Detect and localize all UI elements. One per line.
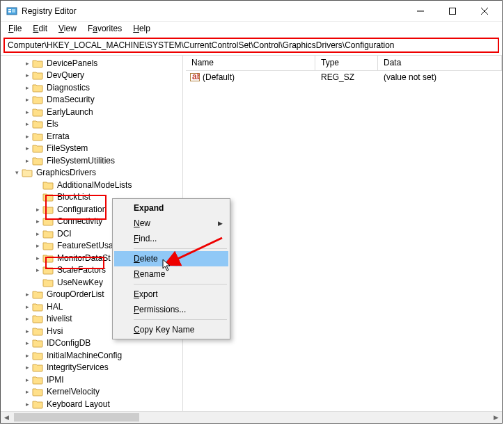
tree-item-label: FileSystem	[45, 143, 89, 153]
chevron-right-icon[interactable]: ▸	[23, 376, 31, 384]
tree-item-label: DmaSecurity	[45, 95, 96, 104]
chevron-right-icon[interactable]: ▸	[23, 132, 31, 141]
tree-item-label: BlockList	[56, 192, 92, 202]
chevron-right-icon[interactable]: ▸	[23, 71, 31, 79]
minimize-button[interactable]	[404, 1, 436, 21]
ctx-copy-key-name[interactable]: Copy Key Name	[114, 322, 228, 337]
list-header: Name Type Data	[186, 56, 502, 71]
ctx-permissions[interactable]: Permissions...	[114, 302, 228, 317]
folder-icon	[42, 192, 54, 202]
tree-item-label: EarlyLaunch	[45, 107, 95, 117]
tree-item-label: AdditionalModeLists	[56, 180, 133, 190]
scroll-left-button[interactable]: ◀	[1, 412, 13, 423]
tree-item[interactable]: ▸IntegrityServices	[2, 362, 182, 374]
chevron-right-icon[interactable]: ▸	[23, 314, 31, 323]
chevron-right-icon[interactable]: ▸	[33, 241, 42, 250]
ctx-rename[interactable]: Rename	[114, 266, 228, 282]
chevron-right-icon[interactable]: ▸	[33, 266, 42, 274]
ctx-new[interactable]: New▶	[114, 216, 228, 231]
chevron-right-icon[interactable]: ▸	[23, 400, 31, 408]
tree-item[interactable]: AdditionalModeLists	[2, 179, 182, 191]
chevron-right-icon[interactable]: ▸	[33, 205, 42, 214]
tree-item[interactable]: ▸Els	[2, 118, 182, 131]
value-name: (Default)	[203, 72, 235, 82]
col-data[interactable]: Data	[378, 56, 502, 70]
ctx-delete[interactable]: Delete	[114, 251, 228, 266]
chevron-right-icon[interactable]: ▸	[23, 327, 31, 335]
tree-item[interactable]: ▸Errata	[2, 130, 182, 143]
chevron-right-icon[interactable]: ▸	[23, 108, 31, 116]
chevron-right-icon[interactable]: ▸	[33, 254, 42, 262]
folder-icon	[32, 302, 43, 312]
tree-item[interactable]: ▸FileSystem	[2, 143, 182, 155]
tree-item[interactable]: ▸InitialMachineConfig	[2, 349, 182, 362]
ctx-find[interactable]: Find...	[114, 231, 228, 246]
tree-item[interactable]: ▸DmaSecurity	[2, 94, 182, 106]
chevron-right-icon[interactable]: ▸	[23, 144, 31, 152]
tree-item[interactable]: ▸KernelVelocity	[2, 386, 182, 399]
folder-icon	[32, 83, 43, 93]
tree-item-label: IDConfigDB	[45, 338, 92, 348]
list-hscrollbar[interactable]: ◀ ▶	[1, 411, 502, 423]
tree-item[interactable]: ▸Keyboard Layout	[2, 398, 182, 410]
folder-icon	[42, 216, 54, 226]
folder-icon	[22, 168, 33, 177]
value-list-pane[interactable]: Name Type Data ab (Default) REG_SZ (valu…	[186, 56, 502, 423]
col-type[interactable]: Type	[315, 56, 378, 70]
ctx-expand[interactable]: Expand	[114, 200, 228, 216]
col-name[interactable]: Name	[186, 56, 315, 70]
folder-icon	[32, 362, 43, 372]
chevron-right-icon[interactable]: ▸	[23, 387, 31, 396]
tree-item-label: Hvsi	[45, 326, 64, 336]
svg-rect-5	[450, 8, 456, 14]
chevron-right-icon[interactable]: ▸	[23, 83, 31, 92]
folder-icon	[32, 351, 43, 360]
menu-help[interactable]: Help	[128, 22, 155, 35]
maximize-button[interactable]	[436, 1, 468, 21]
close-button[interactable]	[468, 1, 501, 21]
chevron-down-icon[interactable]: ▾	[13, 168, 21, 177]
scroll-right-button[interactable]: ▶	[490, 412, 502, 423]
chevron-right-icon[interactable]: ▸	[23, 339, 31, 347]
tree-item-label: KernelVelocity	[45, 387, 101, 396]
value-row[interactable]: ab (Default) REG_SZ (value not set)	[186, 71, 502, 83]
chevron-right-icon[interactable]: ▸	[23, 120, 31, 128]
chevron-right-icon[interactable]: ▸	[23, 303, 31, 311]
ctx-sep	[134, 284, 227, 284]
chevron-right-icon[interactable]: ▸	[23, 363, 31, 371]
tree-item-label: GraphicsDrivers	[35, 168, 97, 177]
tree-item[interactable]: ▸DevQuery	[2, 70, 182, 82]
tree-item-label: MonitorDataSt	[56, 253, 112, 263]
chevron-right-icon[interactable]: ▸	[23, 95, 31, 104]
folder-icon	[32, 119, 43, 129]
menu-favorites[interactable]: Favorites	[83, 22, 127, 35]
folder-icon	[42, 241, 54, 250]
menu-edit[interactable]: Edit	[28, 22, 52, 35]
folder-icon	[42, 180, 54, 190]
ctx-export[interactable]: Export	[114, 287, 228, 302]
tree-item[interactable]: ▾GraphicsDrivers	[2, 167, 182, 179]
tree-item-label: Errata	[45, 131, 71, 141]
folder-icon	[32, 338, 43, 348]
tree-item[interactable]: ▸Diagnostics	[2, 81, 182, 94]
ctx-sep	[134, 319, 227, 320]
tree-item[interactable]: ▸IPMI	[2, 374, 182, 386]
scroll-thumb[interactable]	[14, 413, 139, 422]
regedit-icon	[6, 6, 17, 17]
chevron-right-icon[interactable]: ▸	[33, 217, 42, 225]
chevron-right-icon[interactable]: ▸	[33, 230, 42, 238]
address-input[interactable]	[8, 40, 495, 50]
chevron-right-icon[interactable]: ▸	[23, 290, 31, 298]
tree-item-label: DevQuery	[45, 70, 86, 80]
menu-file[interactable]: File	[3, 22, 26, 35]
tree-item-label: ScaleFactors	[56, 265, 107, 275]
menu-view[interactable]: View	[54, 22, 81, 35]
tree-item[interactable]: ▸EarlyLaunch	[2, 106, 182, 118]
chevron-right-icon[interactable]: ▸	[23, 351, 31, 360]
tree-item[interactable]: ▸FileSystemUtilities	[2, 154, 182, 167]
value-data: (value not set)	[378, 72, 502, 82]
chevron-right-icon[interactable]: ▸	[23, 59, 31, 67]
tree-item[interactable]: ▸DevicePanels	[2, 57, 182, 70]
chevron-right-icon[interactable]: ▸	[23, 157, 31, 165]
string-value-icon: ab	[190, 72, 200, 82]
